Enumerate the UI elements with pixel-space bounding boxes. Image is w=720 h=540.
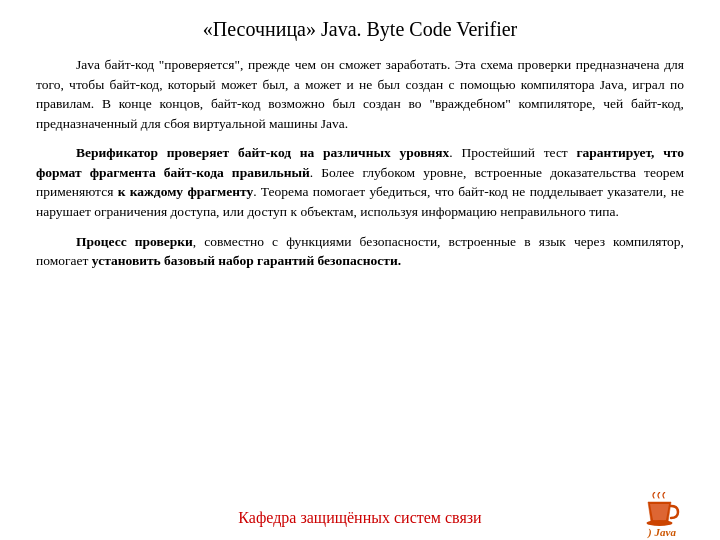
bold-text-2c: к каждому фрагменту xyxy=(118,184,254,199)
indent-3 xyxy=(36,232,76,252)
footer-text: Кафедра защищённых систем связи xyxy=(238,509,481,527)
paragraph-1: Java байт-код "проверяется", прежде чем … xyxy=(36,55,684,133)
indent-2 xyxy=(36,143,76,163)
bold-text-2a: Верификатор проверяет байт-код на различ… xyxy=(76,145,449,160)
java-logo: ) Java xyxy=(640,492,684,538)
bold-text-3a: Процесс проверки xyxy=(76,234,193,249)
page: «Песочница» Java. Byte Code Verifier Jav… xyxy=(0,0,720,540)
paragraph-2: Верификатор проверяет байт-код на различ… xyxy=(36,143,684,221)
paragraph-3: Процесс проверки, совместно с функциями … xyxy=(36,232,684,271)
indent-1 xyxy=(36,55,76,75)
page-title: «Песочница» Java. Byte Code Verifier xyxy=(36,18,684,41)
java-label-text: ) Java xyxy=(648,526,676,538)
footer: Кафедра защищённых систем связи ) Java xyxy=(36,496,684,540)
bold-text-3b: установить базовый набор гарантий безопа… xyxy=(92,253,401,268)
content-area: Java байт-код "проверяется", прежде чем … xyxy=(36,55,684,492)
java-cup-icon xyxy=(640,492,684,528)
